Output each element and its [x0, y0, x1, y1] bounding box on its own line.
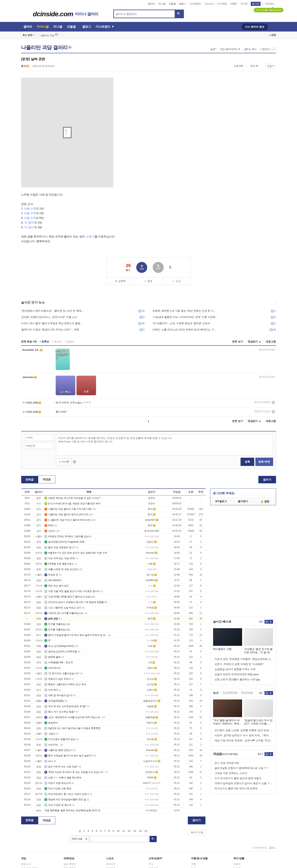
post-link[interactable]: 안구를 적출하십시오. — [48, 622, 71, 626]
view-post-link[interactable]: 본문 보기 — [232, 419, 243, 423]
post-link[interactable]: 4차원의 존재는 3차원의 그림자를 갖는다. — [48, 535, 92, 538]
table-row[interactable]: 35156나폴리⋯"단 한가지만 고를수있습니다"[3]ㅇㅇㅇ (115.126… — [21, 671, 206, 676]
post-link[interactable]: "단 한가지만 고를수있습니다" — [48, 672, 79, 675]
post-link[interactable]: 이런거 처음 해보는데 — [48, 781, 71, 785]
post-author[interactable]: ㅇㅇ (14.55) — [135, 787, 168, 790]
topbar-link-이벤트[interactable]: 이벤트 — [228, 2, 239, 5]
post-body-link[interactable]: '이 공지' — [24, 226, 34, 229]
post-link[interactable]: 성악설(性惡說) — [48, 699, 64, 703]
post-author[interactable]: 흰개 — [135, 617, 168, 620]
post-author[interactable]: ㅇㅇ (39.114) — [135, 710, 168, 714]
post-author[interactable]: 흰개 — [135, 524, 168, 527]
news-item[interactable]: '말죽거리' 이정진 "현금만 3억, 투자는 10억↑"...재력...💬0 — [21, 327, 145, 333]
related-gallery-dropdown[interactable]: 연관 갤러리(3/1) ▼ — [220, 48, 240, 51]
page-7[interactable]: 7 — [103, 829, 107, 833]
post-author[interactable]: ㅇㅇ (223.38) — [135, 590, 168, 593]
table-row[interactable]: 35128잡담▲약간 이상한 교회 현판ㅇㅇ (14.55)05.221801 — [21, 786, 206, 792]
table-row[interactable]: 35195잡담⋯이런 규칙 있는 괴담 '써줘'[1]ㅇㅇ (58.124)17… — [21, 556, 206, 561]
table-row[interactable]: 35158연재⋯식욕(食慾) 9화 - 전도 IIIJJJ05.22695 — [21, 660, 206, 665]
post-link[interactable]: 식욕(食慾) 9화 - 전도 III — [48, 661, 73, 664]
page-14[interactable]: 14 — [137, 829, 143, 833]
comment-sort-답글순[interactable]: ✔답글순 — [64, 340, 74, 343]
post-author[interactable]: ㅇㅇ (106.101) — [135, 612, 168, 615]
table-row[interactable]: 35136규칙괴★혼자 지하실로 들어가게 해서 많이 놀랐지?[8]ㅇㅇ (3… — [21, 753, 206, 758]
table-row[interactable]: 14406공지!신문고[10]흰개(118.235)24.03.22106836… — [21, 528, 206, 534]
page-8[interactable]: 8 — [107, 829, 111, 833]
table-row[interactable]: 30011공지![ 나폴리탄 괴담 마이너 갤러리 백과사전 ][26]wint… — [21, 517, 206, 523]
comment-sort-등록순[interactable]: ✔등록순 — [39, 340, 49, 343]
board-search-button[interactable]: 🔍 — [150, 836, 157, 842]
board-search-input[interactable] — [90, 836, 149, 842]
gallery-guide-link[interactable]: 이용안내 — [260, 48, 270, 51]
table-row[interactable]: 35177기타괴▲죽은 자는 말이 없다ㅇㅇ11:561276 — [21, 583, 206, 589]
refresh-comments-link[interactable]: 새로고침 — [266, 340, 276, 343]
next-arrow-icon[interactable]: ▶ — [269, 752, 273, 756]
topbar-link-디시게임[interactable]: 디시게임 — [216, 2, 228, 5]
post-link[interactable]: call 꼭봐봐라 — [48, 579, 62, 582]
table-row[interactable]: 35165기타괴▲3?ㅇㅇ2s01:201233 — [21, 638, 206, 644]
post-link[interactable]: <포비의 집> 안구를 적출하십시오. — [48, 612, 84, 615]
widget-list-item[interactable]: 이거 외국온냐가 올린 글인데 맘에 와닿긔 — [213, 776, 273, 781]
post-link[interactable]: 인터넷의 정보가 오염됨과 동시에 그게 현실에 영향을 미... — [48, 600, 109, 604]
post-author[interactable]: ㅇㅇ (106.101) — [135, 628, 168, 631]
post-link[interactable]: 그림자 — [48, 732, 55, 736]
page-jump-button[interactable]: 페이지 이동 — [189, 830, 205, 835]
post-link[interactable]: 새를 소재로 한 괴담 보고싶다 — [48, 568, 79, 571]
news-item[interactable]: 이해인, 노출 피아노로 141만 유튜버 등극! 빠져드는 그...💬46 — [153, 327, 276, 333]
post-author[interactable]: 흰개(118.235) — [135, 529, 168, 533]
help-icon[interactable]: ? — [73, 460, 76, 463]
post-link[interactable]: 혼자 지하실로 들어가게 해서 많이 놀랐지? — [48, 754, 93, 757]
tab-concept-posts[interactable]: 개념글 — [38, 816, 55, 824]
post-author[interactable]: ㅇㅇ (116.45) — [135, 694, 168, 697]
table-row[interactable]: 3010설문◀새로운 워터밤 여신으로 자리잡을 것 같은 스타는?운영자25/… — [21, 495, 206, 501]
fold-comments-link[interactable]: 댓글닫기 ▲ — [248, 340, 261, 343]
post-author[interactable]: winter567 — [135, 519, 168, 521]
post-link[interactable]: 2달만에 오니 많이 쌓여있네 볼거 개많네 흐흐흐흐 — [48, 727, 101, 730]
login-link[interactable]: 로그인 — [251, 2, 261, 6]
post-link[interactable]: 인지오염이 곁들여진 일상 — [48, 738, 76, 741]
post-author[interactable]: ㅇㅇ2s — [135, 639, 168, 642]
visit-all-link[interactable]: ▸ 전체 — [269, 33, 276, 37]
nickname-field[interactable] — [24, 434, 54, 441]
footer-link[interactable]: 남자 연예인 — [63, 862, 106, 866]
news-item[interactable]: 이것이 섹시 엘프! 엘라 비주얼로 맥심 콘테스트 돌풍...💬36 — [21, 320, 145, 327]
copy-gallery-url-link[interactable]: 갤주소 복사 — [244, 48, 256, 51]
gnb-item-갤러리[interactable]: 갤러리 — [21, 25, 35, 29]
page-13[interactable]: 13 — [132, 829, 137, 833]
footer-link[interactable]: 여행 — [191, 862, 234, 866]
close-icon[interactable]: × — [58, 34, 59, 37]
post-author[interactable]: 운영자 — [135, 496, 168, 500]
table-row[interactable]: 35202연재▲초자연현상처리반 Fragments 22화한청민19:2317… — [21, 539, 206, 545]
table-row[interactable]: 35152잡담⋯대회 글 왜이렇게 없냐?[6]ㅇㅇ (116.45)05.22… — [21, 693, 206, 698]
table-row[interactable]: 35127찾아줘⋯계단이랑 음수 층 나오는 괴담이 있었나[7]ㅇㅇ (115… — [21, 792, 206, 797]
gnb-item-미니갤[interactable]: 미니갤 — [51, 25, 65, 29]
post-link[interactable]: [혼자 지하실로 들어가게 해서 많이 놀랐지?] 해석 및 피... — [48, 633, 107, 637]
comment-count-badge[interactable]: 댓글 4 — [265, 64, 276, 68]
post-link[interactable]: 나폴리탄 괴담 갤러리 이용 수칙 (25.1.28) — [48, 507, 91, 511]
page-6[interactable]: 6 — [99, 829, 103, 833]
post-author[interactable]: ㅇㅇ (222.111) — [135, 765, 168, 768]
table-row[interactable]: 35155기타괴⋯전해지지 않은 규칙서[1]오오임05.221519 — [21, 676, 206, 682]
post-link[interactable]: 방명록 쓸때 — [48, 655, 60, 659]
dcnews-tab-디시이슈[interactable]: 디시이슈 — [241, 691, 253, 695]
footer-link[interactable]: 국내야구 — [106, 862, 148, 866]
post-author[interactable]: 이쩜 — [135, 562, 168, 565]
table-row[interactable]: 35131잡담★"50대 이상은 무서워서 못 보는 괴담을 쓰고 있습니다."… — [21, 770, 206, 775]
post-body-link[interactable]: 신문고 — [86, 235, 94, 238]
footer-link[interactable]: 해외야구 — [106, 866, 148, 868]
prefooter-link-디시인사이드[interactable]: 디시인사이드 — [253, 846, 267, 849]
post-link[interactable]: 초능력자 — [48, 721, 58, 724]
post-author[interactable]: 흰개 — [21, 64, 29, 68]
post-author[interactable]: 디시트렌드 — [135, 809, 168, 812]
table-row[interactable]: 35138잡담⋯뉴비인데...[4]ㅇㅇ (118.235)05.221112 — [21, 742, 206, 748]
page-12[interactable]: 12 — [126, 829, 132, 833]
table-row[interactable]: 35135나폴리⋯낚시[5]사슴맛파스타05.221027 — [21, 758, 206, 764]
table-row[interactable]: 35157기타괴▲카레 레시피고땡이05.221194 — [21, 665, 206, 671]
post-link[interactable]: 새로운 워터밤 여신으로 자리잡을 것 같은 스타는? — [48, 496, 101, 500]
news-item[interactable]: 조혜련, 페퍼톤스와 그룹 결성 "33년 연예인 인생 중 가...💬1 — [153, 308, 276, 314]
table-row[interactable]: 35154잡담⋯확실히 나폴리탄이 매력이 있긴 하네오라랑05.221072 — [21, 682, 206, 687]
post-author[interactable]: ㅇㅇ (39.114) — [135, 754, 168, 757]
prefooter-link-갤로그[interactable]: 갤로그 — [269, 846, 276, 849]
post-link[interactable]: 다리 해석 — [48, 688, 58, 692]
post-author[interactable]: ㅇㅇ (119.201) — [135, 798, 168, 801]
